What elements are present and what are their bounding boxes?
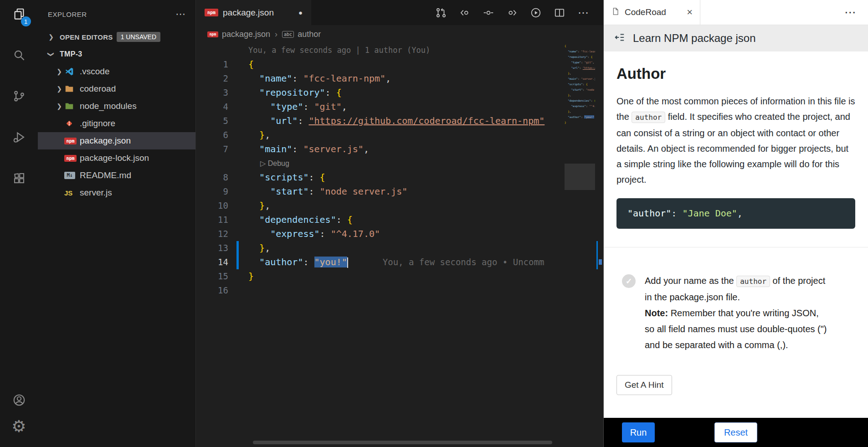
vscode-icon	[64, 66, 77, 77]
minimap-line: },	[565, 109, 595, 114]
code-line[interactable]: 1{	[196, 57, 603, 72]
current-step-icon[interactable]	[482, 6, 495, 19]
code-line[interactable]: 6 },	[196, 128, 603, 142]
more-actions-icon[interactable]: ⋯	[577, 6, 590, 19]
code-line[interactable]: 2 "name": "fcc-learn-npm",	[196, 72, 603, 86]
minimap-line: "url": "https://github.com/coderoad/fcc-…	[565, 65, 595, 71]
tree-item-readme-md[interactable]: M↓README.md	[38, 167, 195, 184]
tree-item-package-lock-json[interactable]: npmpackage-lock.json	[38, 149, 195, 167]
step-forward-icon[interactable]	[506, 6, 519, 19]
settings-button[interactable]: ⚙	[8, 416, 30, 437]
back-to-menu-icon[interactable]	[614, 31, 626, 45]
explorer-more-icon[interactable]: ⋯	[175, 9, 185, 19]
code-area[interactable]: You, a few seconds ago | 1 author (You)1…	[196, 43, 603, 447]
breadcrumb-symbol-label: author	[298, 30, 321, 39]
tab-coderoad[interactable]: CodeRoad ×	[604, 0, 700, 25]
step-back-icon[interactable]	[458, 6, 471, 19]
close-icon[interactable]: ×	[687, 7, 693, 17]
code-line[interactable]: 12 "express": "^4.17.0"	[196, 227, 603, 241]
code-line[interactable]: 11 "dependencies": {	[196, 213, 603, 227]
line-number	[196, 43, 228, 57]
file-name: .vscode	[80, 67, 109, 77]
chevron-right-icon: ❯	[54, 68, 64, 75]
section-paragraph: One of the most common pieces of informa…	[616, 93, 855, 187]
panel-footer: Run Reset	[604, 418, 868, 447]
code-line[interactable]: 13 },	[196, 241, 603, 255]
activity-item-explorer[interactable]: 1	[8, 5, 30, 26]
npm-icon: npm	[205, 9, 218, 16]
line-number: 13	[196, 241, 228, 255]
account-button[interactable]	[8, 390, 30, 411]
breadcrumb-item-symbol[interactable]: abc author	[282, 30, 321, 39]
tab-label: package.json	[223, 8, 274, 18]
code-line[interactable]: 14 "author": "you!"You, a few seconds ag…	[196, 255, 603, 269]
line-number: 12	[196, 227, 228, 241]
horizontal-scrollbar[interactable]	[253, 441, 552, 444]
task-body: Add your name as the author of the proje…	[645, 273, 827, 353]
minimap-line: "scripts": {	[565, 82, 595, 87]
reset-button[interactable]: Reset	[714, 422, 757, 442]
unsaved-badge: 1 UNSAVED	[117, 32, 160, 42]
activity-item-run-debug[interactable]	[8, 128, 30, 149]
panel-tab-bar: CodeRoad × ⋯	[604, 0, 868, 25]
folder-orange-icon	[64, 83, 77, 94]
breadcrumb-file-label: package.json	[222, 30, 270, 39]
tree-item-node-modules[interactable]: ❯node_modules	[38, 98, 195, 115]
text-cursor	[347, 257, 348, 268]
minimap-line: "main": "server.js",	[565, 76, 595, 82]
activity-item-extensions[interactable]	[8, 169, 30, 190]
panel-more-icon[interactable]: ⋯	[844, 6, 868, 18]
code-line[interactable]: 16	[196, 283, 603, 298]
source-control-icon	[12, 89, 26, 105]
minimap-line	[565, 125, 595, 131]
file-name: .gitignore	[80, 118, 115, 128]
activity-item-search[interactable]	[8, 46, 30, 67]
code-line[interactable]: 15}	[196, 269, 603, 283]
code-line[interactable]: 10 },	[196, 199, 603, 213]
account-icon	[12, 393, 26, 409]
code-line[interactable]: 7 "main": "server.js",	[196, 142, 603, 156]
tree-item-gitignore[interactable]: .gitignore	[38, 115, 195, 132]
editor-group: npm package.json ●	[196, 0, 603, 447]
modified-dot-icon: ●	[298, 9, 303, 16]
tree-item-vscode[interactable]: ❯.vscode	[38, 63, 195, 80]
code-line[interactable]: 3 "repository": {	[196, 86, 603, 100]
source-control-compare-icon[interactable]	[435, 6, 447, 19]
code-line[interactable]: 9 "start": "node server.js"	[196, 185, 603, 199]
open-editors-row[interactable]: ❯ OPEN EDITORS 1 UNSAVED	[38, 28, 195, 46]
code-line[interactable]: 4 "type": "git",	[196, 100, 603, 114]
tutorial-title: Learn NPM package json	[633, 32, 755, 45]
activity-bar: 1	[0, 0, 38, 447]
run-button[interactable]: Run	[622, 422, 655, 442]
task-text: Add your name as the author of the proje…	[645, 273, 827, 305]
code-rows: You, a few seconds ago | 1 author (You)1…	[196, 43, 603, 298]
search-icon	[12, 48, 26, 64]
inline-code: author	[632, 112, 665, 123]
tutorial-header: Learn NPM package json	[604, 25, 868, 51]
tree-item-server-js[interactable]: JSserver.js	[38, 184, 195, 201]
js-icon: JS	[64, 187, 77, 198]
hint-button[interactable]: Get A Hint	[616, 375, 672, 395]
run-file-icon[interactable]	[529, 6, 542, 19]
workspace-root-row[interactable]: ❯ TMP-3	[38, 46, 195, 63]
minimap-line: },	[565, 92, 595, 98]
code-line[interactable]: 8 "scripts": {	[196, 170, 603, 185]
codelens[interactable]: ▷ Debug	[196, 156, 603, 170]
tree-item-package-json[interactable]: npmpackage.json	[38, 132, 195, 149]
tree-item-coderoad[interactable]: ❯coderoad	[38, 80, 195, 98]
split-editor-icon[interactable]	[553, 6, 566, 19]
code-line[interactable]: 5 "url": "https://github.com/coderoad/fc…	[196, 114, 603, 128]
editor-tab-bar: npm package.json ●	[196, 0, 603, 25]
npm-icon: npm	[64, 135, 77, 146]
minimap-slider[interactable]	[565, 164, 595, 190]
activity-item-source-control[interactable]	[8, 87, 30, 108]
coderoad-panel: CodeRoad × ⋯ Learn NPM package json Auth…	[603, 0, 868, 447]
file-name: server.js	[80, 188, 112, 198]
line-number: 4	[196, 100, 228, 114]
breadcrumb-item-file[interactable]: npm package.json	[207, 30, 270, 39]
line-number: 2	[196, 72, 228, 86]
tab-package-json[interactable]: npm package.json ●	[196, 0, 311, 25]
minimap[interactable]: { "name": "fcc-learn-npm", "repository":…	[565, 43, 595, 447]
chevron-right-icon: ❯	[54, 85, 64, 92]
line-number: 14	[196, 255, 228, 269]
